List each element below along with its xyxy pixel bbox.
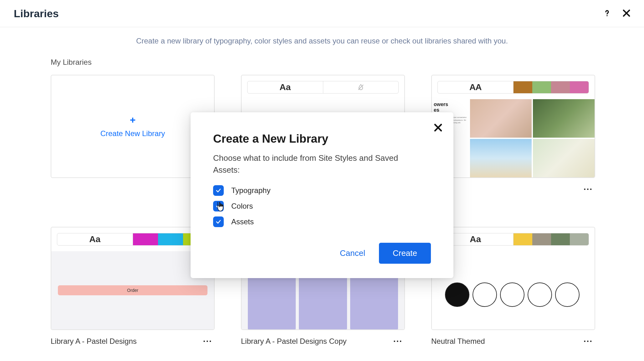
option-label: Colors bbox=[231, 202, 253, 211]
modal-options: Typography Colors Assets bbox=[213, 185, 431, 227]
section-my-libraries-title: My Libraries bbox=[51, 58, 644, 67]
modal-close-icon[interactable] bbox=[433, 122, 443, 134]
option-typography[interactable]: Typography bbox=[213, 185, 431, 196]
option-assets[interactable]: Assets bbox=[213, 216, 431, 227]
library-name: Neutral Themed bbox=[431, 337, 485, 346]
close-icon[interactable] bbox=[620, 7, 633, 20]
color-swatch bbox=[514, 233, 532, 245]
library-name: Library A - Pastel Designs bbox=[51, 337, 137, 346]
library-card[interactable]: Aa bbox=[431, 227, 595, 330]
page-title: Libraries bbox=[14, 8, 59, 20]
neutral-circle bbox=[473, 282, 497, 307]
page-subtitle: Create a new library of typography, colo… bbox=[0, 37, 644, 45]
modal-description: Choose what to include from Site Styles … bbox=[213, 152, 426, 176]
checkbox-icon[interactable] bbox=[213, 201, 224, 211]
checkbox-icon[interactable] bbox=[213, 185, 224, 196]
asset-image-thumbnail bbox=[533, 99, 595, 138]
order-pill: Order bbox=[58, 285, 207, 295]
color-swatch bbox=[532, 233, 551, 245]
create-new-library-card[interactable]: + Create New Library bbox=[51, 75, 215, 178]
create-button[interactable]: Create bbox=[379, 243, 431, 264]
create-library-modal: Create a New Library Choose what to incl… bbox=[191, 112, 453, 278]
library-name: Library A - Pastel Designs Copy bbox=[241, 337, 347, 346]
color-swatch bbox=[532, 81, 551, 93]
header-actions bbox=[601, 7, 633, 20]
header: Libraries bbox=[0, 0, 644, 27]
option-label: Typography bbox=[231, 186, 270, 195]
typography-sample-icon: Aa bbox=[248, 81, 323, 93]
no-color-icon bbox=[323, 81, 399, 93]
create-new-library-label: Create New Library bbox=[100, 129, 165, 138]
library-card[interactable]: AA owers es Lorem ipsum dolor sit amet c… bbox=[431, 75, 595, 178]
neutral-circle bbox=[500, 282, 524, 307]
neutral-circle bbox=[555, 282, 580, 307]
color-swatch bbox=[158, 233, 183, 245]
svg-point-0 bbox=[606, 15, 608, 16]
color-swatch bbox=[551, 81, 570, 93]
checkbox-icon[interactable] bbox=[213, 216, 224, 227]
typography-sample-icon: AA bbox=[438, 81, 514, 93]
library-more-icon[interactable]: ··· bbox=[581, 335, 595, 348]
color-swatch bbox=[570, 81, 589, 93]
asset-image-thumbnail bbox=[470, 99, 532, 138]
neutral-circle bbox=[445, 282, 469, 307]
typography-sample-icon: Aa bbox=[57, 233, 133, 245]
flowers-text-1: owers bbox=[434, 102, 467, 107]
help-icon[interactable] bbox=[601, 7, 613, 20]
library-more-icon[interactable]: ··· bbox=[581, 183, 595, 196]
color-swatch bbox=[514, 81, 532, 93]
asset-image-thumbnail bbox=[533, 139, 595, 177]
color-swatch bbox=[570, 233, 589, 245]
library-more-icon[interactable]: ··· bbox=[391, 335, 405, 348]
cancel-button[interactable]: Cancel bbox=[340, 248, 365, 258]
plus-icon: + bbox=[130, 115, 136, 125]
library-card[interactable]: Aa Order bbox=[51, 227, 215, 330]
library-more-icon[interactable]: ··· bbox=[201, 335, 215, 348]
option-label: Assets bbox=[231, 217, 254, 226]
modal-title: Create a New Library bbox=[213, 132, 431, 145]
color-swatch bbox=[133, 233, 158, 245]
asset-image-thumbnail bbox=[470, 139, 532, 177]
neutral-circle bbox=[528, 282, 552, 307]
option-colors[interactable]: Colors bbox=[213, 201, 431, 211]
color-swatch bbox=[551, 233, 570, 245]
